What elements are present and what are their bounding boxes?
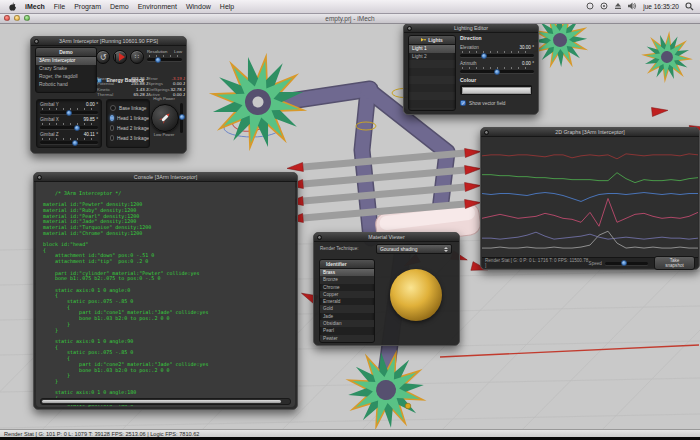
axis-line-red <box>440 345 699 357</box>
gimbal-control[interactable]: Gimbal X99.85 ° <box>40 117 98 129</box>
demo-panel-title-bar[interactable]: 3Arm Interceptor [Running 10601.90 FPS] <box>31 37 186 46</box>
demo-list-item[interactable]: Robotic hand <box>36 81 96 89</box>
linkage-label: Head 2 linkage <box>117 126 149 131</box>
play-pause-button[interactable] <box>113 50 127 64</box>
reset-icon: ↺ <box>100 53 107 62</box>
linkage-radio[interactable]: Head 3 linkage <box>110 133 149 143</box>
linkage-radio[interactable]: Base linkage <box>110 103 149 113</box>
graphs-plot-area[interactable] <box>482 137 698 257</box>
linkage-radio[interactable]: Head 2 linkage <box>110 123 149 133</box>
pause-icon <box>115 54 117 61</box>
material-list-item[interactable]: Gold <box>320 305 374 312</box>
play-icon <box>119 53 125 61</box>
colour-well[interactable] <box>460 85 532 95</box>
eject-icon[interactable] <box>614 2 622 11</box>
demo-list-item[interactable]: 3Arm Interceptor <box>36 57 96 65</box>
material-preview-sphere <box>390 269 442 321</box>
menu-clock[interactable]: jue 16:35:20 <box>643 3 679 10</box>
menu-item-help[interactable]: Help <box>220 3 234 10</box>
power-slider[interactable] <box>180 103 183 133</box>
menu-item-window[interactable]: Window <box>186 3 211 10</box>
power-high-label: High Power <box>149 96 179 101</box>
material-list-item[interactable]: Chrome <box>320 284 374 291</box>
graphs-panel: 2D Graphs [3Arm Interceptor] Render Stat… <box>480 127 700 270</box>
linkage-radio[interactable]: Head 1 linkage <box>110 113 149 123</box>
light-list-item[interactable]: Light 1 <box>409 45 455 53</box>
graphs-title-bar[interactable]: 2D Graphs [3Arm Interceptor] <box>481 128 699 137</box>
status-bar: Render Stat [ G: 101 P: 0 L: 1079 T: 391… <box>0 429 700 437</box>
console-panel: Console [3Arm Interceptor] /* 3Arm Inter… <box>33 172 298 410</box>
identifier-header[interactable]: Identifier <box>326 262 347 267</box>
window-title-bar[interactable]: empty.prj - iMech <box>0 13 700 24</box>
material-list-item[interactable]: Bronze <box>320 276 374 283</box>
demo-panel: 3Arm Interceptor [Running 10601.90 FPS] … <box>30 36 187 154</box>
material-viewer-title: Material Viewer <box>368 234 404 240</box>
lighting-editor-title-bar[interactable]: Lighting Editor <box>404 24 538 33</box>
gimbal-box: Gimbal Y0.00 °Gimbal X99.85 °Gimbal Z40.… <box>40 102 98 144</box>
resolution-slider[interactable] <box>147 58 182 61</box>
status-target-icon[interactable] <box>600 2 608 11</box>
menu-item-file[interactable]: File <box>54 3 65 10</box>
lighting-editor-panel: Lighting Editor Lights Light 1Light 2 Di… <box>403 23 539 115</box>
gimbal-control[interactable]: Gimbal Y0.00 ° <box>40 102 98 114</box>
material-list-item[interactable]: Obsidian <box>320 320 374 327</box>
direction-slider[interactable]: Elevation30.00 ° <box>460 45 534 57</box>
menu-item-environment[interactable]: Environment <box>138 3 177 10</box>
material-list-item[interactable]: Pewter <box>320 335 374 342</box>
vector-field-checkbox[interactable]: ✓ <box>460 100 466 106</box>
status-circle-icon[interactable] <box>586 2 594 11</box>
take-snapshot-button[interactable]: Take snapshot <box>654 256 695 270</box>
menu-item-demo[interactable]: Demo <box>110 3 129 10</box>
demo-list-item[interactable]: Roger, the ragdoll <box>36 73 96 81</box>
console-title-bar[interactable]: Console [3Arm Interceptor] <box>34 173 297 182</box>
gear-icon[interactable] <box>484 130 489 135</box>
power-slider-thumb[interactable] <box>179 114 185 120</box>
graphs-speed-thumb[interactable] <box>621 260 627 266</box>
volume-icon[interactable] <box>628 2 637 11</box>
resolution-label: Resolution <box>147 49 167 54</box>
gear-icon[interactable] <box>317 235 322 240</box>
grid-icon: ∷ <box>135 53 139 61</box>
console-h-scrollbar[interactable] <box>40 398 291 405</box>
material-list-item[interactable]: Pearl <box>320 327 374 334</box>
render-technique-dropdown[interactable]: Gouraud shading <box>376 244 452 254</box>
power-low-label: Low Power <box>149 132 179 137</box>
radio-icon <box>110 125 114 131</box>
menu-item-program[interactable]: Program <box>74 3 101 10</box>
material-list-item[interactable]: Emerald <box>320 298 374 305</box>
graph-series-purple <box>482 232 698 239</box>
energy-cell: 65.28 J <box>121 92 148 97</box>
material-list-item[interactable]: Jade <box>320 313 374 320</box>
direction-header: Direction <box>460 35 534 41</box>
gimbal-control[interactable]: Gimbal Z40.11 ° <box>40 132 98 144</box>
menu-item-imech[interactable]: iMech <box>25 3 45 10</box>
reset-button[interactable]: ↺ <box>96 50 110 64</box>
console-body[interactable]: /* 3Arm Interceptor */ material id:"Pewt… <box>36 182 295 407</box>
apple-icon[interactable] <box>6 2 18 12</box>
resolution-slider-thumb[interactable] <box>155 57 161 63</box>
gear-icon[interactable] <box>37 175 42 180</box>
gear-icon[interactable] <box>407 26 412 31</box>
gear-icon[interactable] <box>34 39 39 44</box>
graph-series-green <box>482 173 698 183</box>
console-title: Console [3Arm Interceptor] <box>134 174 197 180</box>
material-viewer-title-bar[interactable]: Material Viewer <box>314 233 459 242</box>
material-viewer-panel: Material Viewer Render Technique: Gourau… <box>313 232 460 346</box>
material-list: BrassBronzeChromeCopperEmeraldGoldJadeOb… <box>320 269 374 342</box>
radio-icon <box>110 135 114 141</box>
demo-list-item[interactable]: Crazy Snake <box>36 65 96 73</box>
light-list-item[interactable]: Light 2 <box>409 53 455 61</box>
demo-list: 3Arm InterceptorCrazy SnakeRoger, the ra… <box>36 57 96 89</box>
direction-slider[interactable]: Azimuth0.00 ° <box>460 61 534 73</box>
material-list-item[interactable]: Copper <box>320 291 374 298</box>
power-dial[interactable] <box>151 104 179 132</box>
graph-series-darkred <box>482 154 698 159</box>
linkage-label: Head 1 linkage <box>117 116 149 121</box>
radio-icon <box>110 105 116 111</box>
spotlight-icon[interactable] <box>685 2 694 12</box>
graphs-speed-slider[interactable] <box>605 262 648 265</box>
console-h-scroll-thumb[interactable] <box>42 400 281 403</box>
slider-ticks <box>149 55 180 57</box>
material-list-item[interactable]: Brass <box>320 269 374 276</box>
view-mode-button[interactable]: ∷ <box>130 50 144 64</box>
